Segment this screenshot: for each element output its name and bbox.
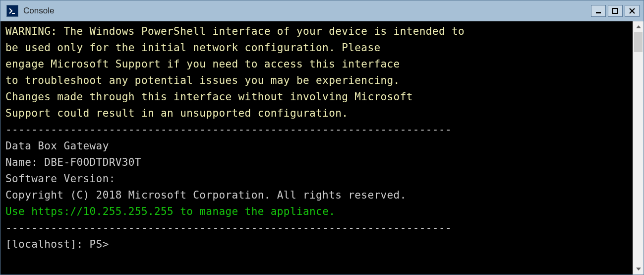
svg-rect-1 [596,12,601,13]
manage-text-prefix: Use [5,206,31,217]
ps-prompt: [localhost]: PS> [5,238,109,250]
warning-line: to troubleshoot any potential issues you… [5,74,400,86]
manage-text-suffix: to manage the appliance. [174,206,335,217]
scrollbar-thumb[interactable] [634,32,643,52]
copyright: Copyright (C) 2018 Microsoft Corporation… [5,189,407,201]
close-button[interactable] [625,5,640,17]
product-name: Data Box Gateway [5,140,109,152]
warning-line: Support could result in an unsupported c… [5,107,348,119]
console-body: WARNING: The Windows PowerShell interfac… [0,21,644,275]
window-controls [591,5,640,17]
svg-rect-2 [613,8,618,13]
scrollbar-track[interactable] [633,32,644,264]
scroll-up-arrow[interactable] [633,21,644,32]
titlebar[interactable]: Console [0,0,644,21]
divider: ----------------------------------------… [5,222,452,234]
minimize-button[interactable] [591,5,606,17]
warning-line: Changes made through this interface with… [5,91,413,103]
window-title: Console [23,6,591,16]
warning-line: WARNING: The Windows PowerShell interfac… [5,25,465,37]
divider: ----------------------------------------… [5,124,452,136]
software-version: Software Version: [5,173,116,185]
powershell-icon [6,5,18,17]
scroll-down-arrow[interactable] [633,264,644,275]
device-name-label: Name: [5,156,44,168]
device-name-value: DBE-F0ODTDRV30T [44,156,141,168]
warning-line: be used only for the initial network con… [5,42,381,54]
maximize-button[interactable] [608,5,623,17]
manage-url: https://10.255.255.255 [31,206,174,217]
warning-line: engage Microsoft Support if you need to … [5,58,400,70]
console-output[interactable]: WARNING: The Windows PowerShell interfac… [0,21,633,275]
vertical-scrollbar[interactable] [633,21,644,275]
console-window: Console WARNING: The Windows PowerShell … [0,0,644,275]
